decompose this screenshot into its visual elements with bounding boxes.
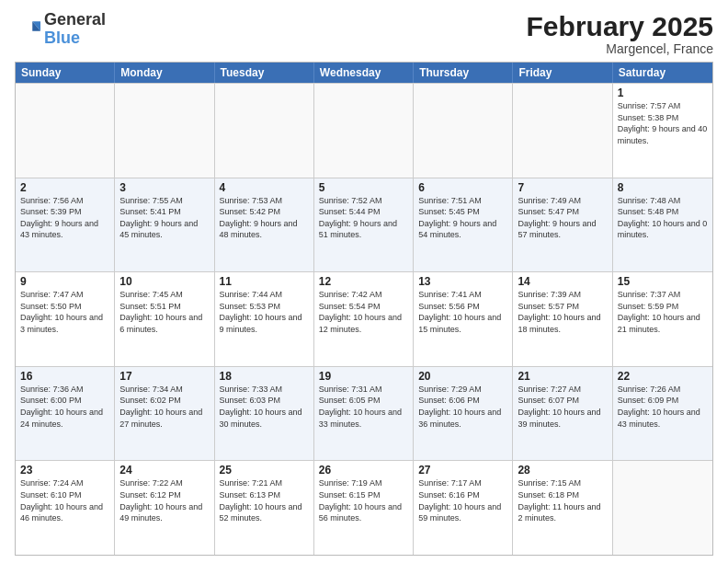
calendar-row-0: 1Sunrise: 7:57 AM Sunset: 5:38 PM Daylig… xyxy=(16,83,712,178)
logo-blue-text: Blue xyxy=(44,29,80,47)
calendar-body: 1Sunrise: 7:57 AM Sunset: 5:38 PM Daylig… xyxy=(16,83,712,555)
logo: General Blue xyxy=(15,11,106,48)
day-number: 23 xyxy=(20,464,109,477)
day-info: Sunrise: 7:44 AM Sunset: 5:53 PM Dayligh… xyxy=(220,289,309,335)
calendar-cell: 5Sunrise: 7:52 AM Sunset: 5:44 PM Daylig… xyxy=(314,178,414,272)
day-number: 13 xyxy=(418,275,507,288)
day-info: Sunrise: 7:22 AM Sunset: 6:12 PM Dayligh… xyxy=(119,477,209,523)
calendar-cell: 7Sunrise: 7:49 AM Sunset: 5:47 PM Daylig… xyxy=(513,178,612,272)
header-cell-thursday: Thursday xyxy=(414,63,513,83)
calendar-cell: 21Sunrise: 7:27 AM Sunset: 6:07 PM Dayli… xyxy=(513,367,612,461)
day-number: 20 xyxy=(418,370,507,383)
day-number: 4 xyxy=(220,181,309,194)
day-info: Sunrise: 7:15 AM Sunset: 6:18 PM Dayligh… xyxy=(518,477,607,523)
calendar-cell: 13Sunrise: 7:41 AM Sunset: 5:56 PM Dayli… xyxy=(414,272,513,366)
day-info: Sunrise: 7:55 AM Sunset: 5:41 PM Dayligh… xyxy=(119,195,209,241)
calendar-cell xyxy=(16,84,115,178)
calendar-row-1: 2Sunrise: 7:56 AM Sunset: 5:39 PM Daylig… xyxy=(16,178,712,272)
day-info: Sunrise: 7:39 AM Sunset: 5:57 PM Dayligh… xyxy=(518,289,607,335)
day-number: 18 xyxy=(220,370,309,383)
day-info: Sunrise: 7:24 AM Sunset: 6:10 PM Dayligh… xyxy=(20,477,109,523)
day-info: Sunrise: 7:36 AM Sunset: 6:00 PM Dayligh… xyxy=(20,384,109,430)
calendar-cell: 2Sunrise: 7:56 AM Sunset: 5:39 PM Daylig… xyxy=(16,178,115,272)
calendar-row-4: 23Sunrise: 7:24 AM Sunset: 6:10 PM Dayli… xyxy=(16,460,712,555)
day-number: 17 xyxy=(119,370,209,383)
day-number: 10 xyxy=(119,275,209,288)
day-info: Sunrise: 7:17 AM Sunset: 6:16 PM Dayligh… xyxy=(418,477,507,523)
calendar-cell xyxy=(414,84,513,178)
day-number: 7 xyxy=(518,181,607,194)
day-number: 14 xyxy=(518,275,607,288)
header: General Blue February 2025 Margencel, Fr… xyxy=(15,11,713,56)
calendar-cell: 14Sunrise: 7:39 AM Sunset: 5:57 PM Dayli… xyxy=(513,272,612,366)
day-info: Sunrise: 7:42 AM Sunset: 5:54 PM Dayligh… xyxy=(319,289,408,335)
day-number: 28 xyxy=(518,464,607,477)
calendar-cell xyxy=(613,461,712,555)
calendar-header-row: SundayMondayTuesdayWednesdayThursdayFrid… xyxy=(16,63,712,83)
day-number: 12 xyxy=(319,275,408,288)
calendar-cell: 25Sunrise: 7:21 AM Sunset: 6:13 PM Dayli… xyxy=(215,461,314,555)
day-info: Sunrise: 7:26 AM Sunset: 6:09 PM Dayligh… xyxy=(618,384,708,430)
day-number: 5 xyxy=(319,181,408,194)
calendar-cell: 12Sunrise: 7:42 AM Sunset: 5:54 PM Dayli… xyxy=(314,272,414,366)
day-info: Sunrise: 7:34 AM Sunset: 6:02 PM Dayligh… xyxy=(119,384,209,430)
calendar-cell: 28Sunrise: 7:15 AM Sunset: 6:18 PM Dayli… xyxy=(513,461,612,555)
header-cell-friday: Friday xyxy=(513,63,612,83)
day-number: 19 xyxy=(319,370,408,383)
day-info: Sunrise: 7:51 AM Sunset: 5:45 PM Dayligh… xyxy=(418,195,507,241)
calendar-cell: 9Sunrise: 7:47 AM Sunset: 5:50 PM Daylig… xyxy=(16,272,115,366)
calendar-cell: 16Sunrise: 7:36 AM Sunset: 6:00 PM Dayli… xyxy=(16,367,115,461)
logo-icon xyxy=(15,17,40,42)
calendar-cell: 1Sunrise: 7:57 AM Sunset: 5:38 PM Daylig… xyxy=(613,84,712,178)
day-info: Sunrise: 7:57 AM Sunset: 5:38 PM Dayligh… xyxy=(618,100,708,146)
day-info: Sunrise: 7:56 AM Sunset: 5:39 PM Dayligh… xyxy=(20,195,109,241)
page: General Blue February 2025 Margencel, Fr… xyxy=(0,0,728,563)
day-info: Sunrise: 7:47 AM Sunset: 5:50 PM Dayligh… xyxy=(20,289,109,335)
day-number: 8 xyxy=(618,181,708,194)
calendar-row-2: 9Sunrise: 7:47 AM Sunset: 5:50 PM Daylig… xyxy=(16,271,712,366)
calendar-cell: 22Sunrise: 7:26 AM Sunset: 6:09 PM Dayli… xyxy=(613,367,712,461)
calendar-cell xyxy=(513,84,612,178)
calendar-cell: 3Sunrise: 7:55 AM Sunset: 5:41 PM Daylig… xyxy=(115,178,214,272)
day-info: Sunrise: 7:33 AM Sunset: 6:03 PM Dayligh… xyxy=(220,384,309,430)
day-number: 25 xyxy=(220,464,309,477)
calendar-cell: 8Sunrise: 7:48 AM Sunset: 5:48 PM Daylig… xyxy=(613,178,712,272)
day-info: Sunrise: 7:29 AM Sunset: 6:06 PM Dayligh… xyxy=(418,384,507,430)
day-info: Sunrise: 7:37 AM Sunset: 5:59 PM Dayligh… xyxy=(618,289,708,335)
day-info: Sunrise: 7:45 AM Sunset: 5:51 PM Dayligh… xyxy=(119,289,209,335)
day-number: 26 xyxy=(319,464,408,477)
calendar-cell: 23Sunrise: 7:24 AM Sunset: 6:10 PM Dayli… xyxy=(16,461,115,555)
day-number: 1 xyxy=(618,86,708,99)
day-number: 24 xyxy=(119,464,209,477)
day-info: Sunrise: 7:49 AM Sunset: 5:47 PM Dayligh… xyxy=(518,195,607,241)
calendar-cell: 10Sunrise: 7:45 AM Sunset: 5:51 PM Dayli… xyxy=(115,272,214,366)
calendar-cell xyxy=(215,84,314,178)
day-info: Sunrise: 7:53 AM Sunset: 5:42 PM Dayligh… xyxy=(220,195,309,241)
calendar-cell: 20Sunrise: 7:29 AM Sunset: 6:06 PM Dayli… xyxy=(414,367,513,461)
calendar-cell: 26Sunrise: 7:19 AM Sunset: 6:15 PM Dayli… xyxy=(314,461,414,555)
header-cell-wednesday: Wednesday xyxy=(314,63,414,83)
calendar-cell xyxy=(314,84,414,178)
title-block: February 2025 Margencel, France xyxy=(527,11,713,56)
day-number: 21 xyxy=(518,370,607,383)
day-number: 9 xyxy=(20,275,109,288)
header-cell-tuesday: Tuesday xyxy=(215,63,314,83)
logo-general-text: General xyxy=(44,10,106,29)
day-number: 16 xyxy=(20,370,109,383)
calendar-subtitle: Margencel, France xyxy=(527,41,713,56)
day-number: 15 xyxy=(618,275,708,288)
calendar: SundayMondayTuesdayWednesdayThursdayFrid… xyxy=(15,62,713,556)
calendar-cell: 17Sunrise: 7:34 AM Sunset: 6:02 PM Dayli… xyxy=(115,367,214,461)
calendar-cell: 27Sunrise: 7:17 AM Sunset: 6:16 PM Dayli… xyxy=(414,461,513,555)
day-number: 6 xyxy=(418,181,507,194)
calendar-cell: 18Sunrise: 7:33 AM Sunset: 6:03 PM Dayli… xyxy=(215,367,314,461)
calendar-cell: 24Sunrise: 7:22 AM Sunset: 6:12 PM Dayli… xyxy=(115,461,214,555)
calendar-cell: 19Sunrise: 7:31 AM Sunset: 6:05 PM Dayli… xyxy=(314,367,414,461)
day-info: Sunrise: 7:19 AM Sunset: 6:15 PM Dayligh… xyxy=(319,477,408,523)
day-number: 11 xyxy=(220,275,309,288)
day-info: Sunrise: 7:31 AM Sunset: 6:05 PM Dayligh… xyxy=(319,384,408,430)
day-info: Sunrise: 7:41 AM Sunset: 5:56 PM Dayligh… xyxy=(418,289,507,335)
day-number: 27 xyxy=(418,464,507,477)
header-cell-sunday: Sunday xyxy=(16,63,115,83)
calendar-cell xyxy=(115,84,214,178)
